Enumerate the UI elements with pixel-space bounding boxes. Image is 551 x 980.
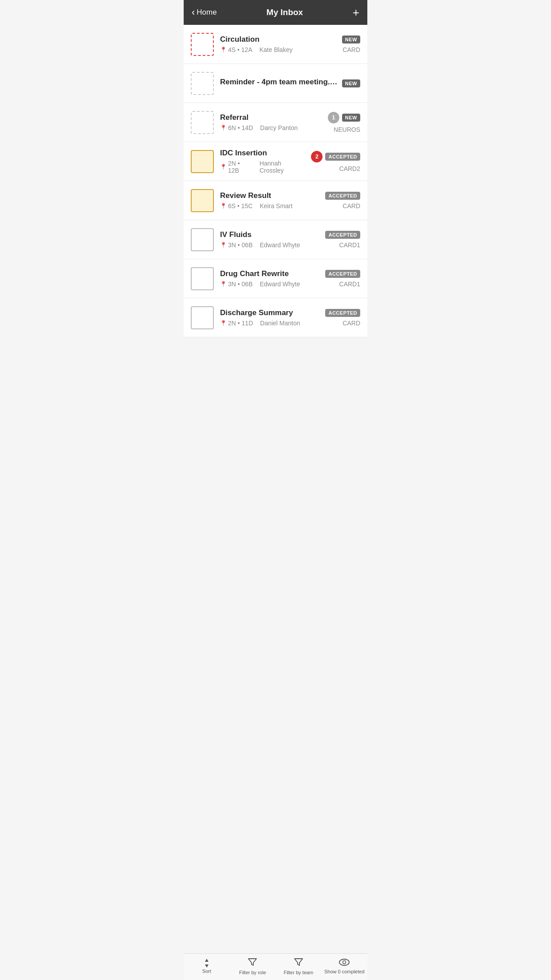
back-button[interactable]: ‹ Home xyxy=(192,7,217,18)
item-category: CARD2 xyxy=(339,165,360,172)
item-content: Review Result📍6S • 15CKeira Smart xyxy=(220,191,321,209)
location-text: 3N • 06B xyxy=(228,241,253,249)
item-thumbnail xyxy=(191,267,214,290)
item-right: 2ACCEPTEDCARD2 xyxy=(311,151,360,172)
item-person: Keira Smart xyxy=(260,202,293,209)
status-badge: ACCEPTED xyxy=(325,231,360,239)
list-item[interactable]: Referral📍6N • 14DDarcy Panton1NEWNEUROS xyxy=(184,103,367,142)
item-right: ACCEPTEDCARD1 xyxy=(325,231,360,249)
item-right: 1NEWNEUROS xyxy=(328,112,360,133)
list-item[interactable]: Review Result📍6S • 15CKeira SmartACCEPTE… xyxy=(184,181,367,220)
pin-icon: 📍 xyxy=(220,125,227,131)
item-location: 📍3N • 06B xyxy=(220,281,253,288)
item-meta: 📍2N • 12BHannah Crossley xyxy=(220,160,307,174)
item-category: CARD xyxy=(342,320,360,327)
inbox-list: Circulation📍4S • 12AKate BlakeyNEWCARDRe… xyxy=(184,25,367,337)
item-category: CARD xyxy=(342,202,360,209)
item-content: Circulation📍4S • 12AKate Blakey xyxy=(220,35,338,53)
item-right: ACCEPTEDCARD1 xyxy=(325,270,360,288)
item-title: Review Result xyxy=(220,191,321,200)
item-person: Hannah Crossley xyxy=(260,160,307,174)
item-meta: 📍3N • 06BEdward Whyte xyxy=(220,241,321,249)
page-title: My Inbox xyxy=(267,8,303,17)
item-category: CARD1 xyxy=(339,241,360,249)
item-right: ACCEPTEDCARD xyxy=(325,309,360,327)
item-location: 📍4S • 12A xyxy=(220,46,252,53)
chevron-left-icon: ‹ xyxy=(192,7,195,18)
item-right: NEW xyxy=(342,79,360,87)
list-item[interactable]: Circulation📍4S • 12AKate BlakeyNEWCARD xyxy=(184,25,367,64)
badge-row: ACCEPTED xyxy=(325,270,360,278)
location-text: 2N • 12B xyxy=(228,160,252,174)
item-title: Reminder - 4pm team meeting. D... xyxy=(220,78,338,87)
item-category: CARD1 xyxy=(339,281,360,288)
location-text: 4S • 12A xyxy=(228,46,252,53)
status-badge: NEW xyxy=(342,36,360,43)
status-badge: ACCEPTED xyxy=(325,153,360,161)
item-person: Darcy Panton xyxy=(260,124,298,131)
status-badge: ACCEPTED xyxy=(325,192,360,200)
item-thumbnail xyxy=(191,306,214,329)
count-badge: 2 xyxy=(311,151,323,162)
item-title: Drug Chart Rewrite xyxy=(220,269,321,278)
item-meta: 📍2N • 11DDaniel Manton xyxy=(220,320,321,327)
item-location: 📍6S • 15C xyxy=(220,202,253,209)
pin-icon: 📍 xyxy=(220,47,227,53)
item-meta: 📍6S • 15CKeira Smart xyxy=(220,202,321,209)
item-thumbnail xyxy=(191,33,214,56)
item-person: Kate Blakey xyxy=(260,46,293,53)
item-category: CARD xyxy=(342,46,360,53)
location-text: 6N • 14D xyxy=(228,124,253,131)
badge-row: 1NEW xyxy=(328,112,360,123)
item-content: Referral📍6N • 14DDarcy Panton xyxy=(220,113,323,131)
header: ‹ Home My Inbox + xyxy=(184,0,367,25)
item-meta: 📍4S • 12AKate Blakey xyxy=(220,46,338,53)
list-item[interactable]: IV Fluids📍3N • 06BEdward WhyteACCEPTEDCA… xyxy=(184,220,367,259)
list-item[interactable]: Discharge Summary📍2N • 11DDaniel MantonA… xyxy=(184,298,367,337)
item-content: Drug Chart Rewrite📍3N • 06BEdward Whyte xyxy=(220,269,321,288)
count-badge: 1 xyxy=(328,112,339,123)
location-text: 6S • 15C xyxy=(228,202,253,209)
item-right: NEWCARD xyxy=(342,36,360,53)
badge-row: 2ACCEPTED xyxy=(311,151,360,162)
item-content: IV Fluids📍3N • 06BEdward Whyte xyxy=(220,230,321,249)
status-badge: ACCEPTED xyxy=(325,309,360,317)
add-button[interactable]: + xyxy=(353,7,359,18)
list-item[interactable]: Drug Chart Rewrite📍3N • 06BEdward WhyteA… xyxy=(184,259,367,298)
item-content: Discharge Summary📍2N • 11DDaniel Manton xyxy=(220,308,321,327)
item-location: 📍3N • 06B xyxy=(220,241,253,249)
status-badge: ACCEPTED xyxy=(325,270,360,278)
item-title: IDC Insertion xyxy=(220,149,307,158)
list-item[interactable]: Reminder - 4pm team meeting. D...NEW xyxy=(184,64,367,103)
back-label: Home xyxy=(197,8,216,17)
item-title: IV Fluids xyxy=(220,230,321,239)
location-text: 3N • 06B xyxy=(228,281,253,288)
item-person: Edward Whyte xyxy=(260,281,300,288)
pin-icon: 📍 xyxy=(220,242,227,248)
item-thumbnail xyxy=(191,72,214,95)
item-thumbnail xyxy=(191,150,214,173)
location-text: 2N • 11D xyxy=(228,320,253,327)
pin-icon: 📍 xyxy=(220,203,227,209)
item-content: Reminder - 4pm team meeting. D... xyxy=(220,78,338,89)
item-thumbnail xyxy=(191,189,214,212)
pin-icon: 📍 xyxy=(220,281,227,287)
status-badge: NEW xyxy=(342,79,360,87)
item-title: Referral xyxy=(220,113,323,122)
item-thumbnail xyxy=(191,111,214,134)
badge-row: ACCEPTED xyxy=(325,231,360,239)
item-category: NEUROS xyxy=(334,126,360,133)
item-person: Edward Whyte xyxy=(260,241,300,249)
badge-row: ACCEPTED xyxy=(325,192,360,200)
item-thumbnail xyxy=(191,228,214,251)
item-content: IDC Insertion📍2N • 12BHannah Crossley xyxy=(220,149,307,174)
item-meta: 📍6N • 14DDarcy Panton xyxy=(220,124,323,131)
item-title: Circulation xyxy=(220,35,338,44)
badge-row: NEW xyxy=(342,36,360,43)
list-item[interactable]: IDC Insertion📍2N • 12BHannah Crossley2AC… xyxy=(184,142,367,181)
pin-icon: 📍 xyxy=(220,164,227,170)
item-meta: 📍3N • 06BEdward Whyte xyxy=(220,281,321,288)
status-badge: NEW xyxy=(342,114,360,122)
badge-row: NEW xyxy=(342,79,360,87)
badge-row: ACCEPTED xyxy=(325,309,360,317)
